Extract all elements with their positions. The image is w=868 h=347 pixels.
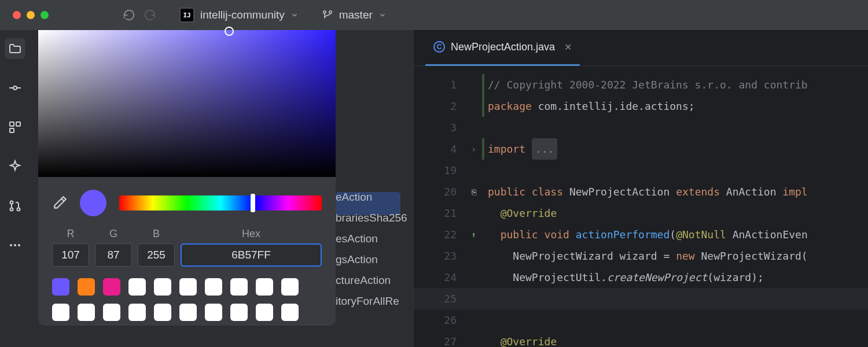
swatch-item[interactable] <box>256 304 273 321</box>
svg-point-1 <box>329 11 332 13</box>
code-text: @NotNull <box>676 228 726 241</box>
minimize-window-button[interactable] <box>27 11 35 19</box>
vcs-change-marker[interactable] <box>482 74 484 117</box>
code-text: package <box>488 100 532 112</box>
list-item[interactable]: brariesSha256 <box>336 212 411 224</box>
svg-rect-6 <box>16 122 20 126</box>
code-text: NewProjectWizard wizard = <box>513 250 676 262</box>
code-text: NewProjectAction <box>563 186 676 198</box>
line-number[interactable]: 23 <box>414 245 482 267</box>
svg-point-10 <box>17 208 20 211</box>
hue-thumb[interactable] <box>251 194 255 212</box>
line-number[interactable]: 24 <box>414 267 482 288</box>
line-number[interactable]: 25 <box>414 288 482 309</box>
structure-tool-button[interactable] <box>5 117 25 138</box>
line-number[interactable]: 27 <box>414 331 482 347</box>
more-tool-button[interactable] <box>5 235 25 256</box>
svg-point-11 <box>10 244 12 246</box>
swatch-item[interactable] <box>52 278 69 296</box>
color-picker-popup: R G B Hex <box>38 30 336 326</box>
eyedropper-icon[interactable] <box>52 195 67 211</box>
code-text: AnActionEven <box>726 228 808 241</box>
commit-tool-button[interactable] <box>5 77 25 98</box>
g-label: G <box>109 228 117 240</box>
code-text: import <box>488 143 525 155</box>
r-label: R <box>67 228 75 240</box>
list-item[interactable]: itoryForAllRe <box>336 295 411 308</box>
line-number[interactable]: 2 <box>414 95 482 117</box>
chevron-down-icon <box>290 11 299 19</box>
line-number[interactable]: 3 <box>414 117 482 138</box>
line-number[interactable]: 21 <box>414 202 482 224</box>
line-number[interactable]: 4› <box>414 138 482 160</box>
swatch-item[interactable] <box>78 278 95 296</box>
vcs-change-marker[interactable] <box>482 138 484 160</box>
list-item[interactable]: esAction <box>336 232 411 245</box>
color-preview-swatch <box>80 190 106 216</box>
hue-slider[interactable] <box>119 195 322 211</box>
hex-input[interactable] <box>181 243 322 267</box>
code-text: NewProjectWizard( <box>695 250 808 262</box>
line-number[interactable]: 22⬆ <box>414 224 482 245</box>
swatch-item[interactable] <box>230 278 248 296</box>
swatch-item[interactable] <box>205 278 222 296</box>
line-number[interactable]: 20⎘ <box>414 181 482 202</box>
plugin-gutter-icon[interactable]: ⎘ <box>472 181 476 202</box>
branch-selector[interactable]: master <box>322 9 387 21</box>
list-item[interactable]: gsAction <box>336 253 411 266</box>
swatch-item[interactable] <box>154 278 171 296</box>
project-name: intellij-community <box>200 9 285 21</box>
swatch-item[interactable] <box>52 304 69 321</box>
svg-point-9 <box>10 208 13 211</box>
close-window-button[interactable] <box>13 11 21 19</box>
sv-cursor[interactable] <box>225 27 234 36</box>
line-number[interactable]: 1 <box>414 74 482 95</box>
editor-body[interactable]: 1 2 3 4› 19 20⎘ 21 22⬆ 23 24 25 26 27 //… <box>414 66 868 347</box>
b-input[interactable] <box>138 243 175 267</box>
pull-request-icon <box>8 199 22 213</box>
structure-icon <box>8 120 22 134</box>
titlebar: IJ intellij-community master <box>0 0 868 30</box>
swatch-item[interactable] <box>103 304 120 321</box>
close-tab-icon[interactable]: ✕ <box>564 42 572 53</box>
saturation-value-field[interactable] <box>38 30 336 177</box>
undo-icon[interactable] <box>123 9 135 21</box>
swatch-item[interactable] <box>256 278 273 296</box>
swatch-item[interactable] <box>205 304 222 321</box>
svg-point-2 <box>13 86 17 90</box>
project-tool-button[interactable] <box>5 38 25 59</box>
editor-tab[interactable]: C NewProjectAction.java ✕ <box>425 30 580 66</box>
code-text: com.intellij.ide.actions; <box>532 100 695 112</box>
folder-icon <box>8 42 22 56</box>
maximize-window-button[interactable] <box>41 11 49 19</box>
code-text: new <box>676 250 695 262</box>
override-gutter-icon[interactable]: ⬆ <box>472 224 476 245</box>
code-text: NewProjectUtil. <box>513 271 607 283</box>
ai-tool-button[interactable] <box>5 156 25 177</box>
swatch-item[interactable] <box>78 304 95 321</box>
swatch-item[interactable] <box>281 278 299 296</box>
swatch-item[interactable] <box>179 304 197 321</box>
swatch-item[interactable] <box>179 278 197 296</box>
list-item[interactable]: ctureAction <box>336 274 411 287</box>
list-item[interactable]: eAction <box>336 191 411 204</box>
class-file-icon: C <box>433 41 445 53</box>
swatch-item[interactable] <box>128 304 146 321</box>
project-selector[interactable]: IJ intellij-community <box>179 8 299 23</box>
redo-icon[interactable] <box>144 9 156 21</box>
g-input[interactable] <box>95 243 132 267</box>
line-number[interactable]: 26 <box>414 309 482 331</box>
swatch-item[interactable] <box>103 278 120 296</box>
pull-requests-tool-button[interactable] <box>5 195 25 216</box>
line-number[interactable]: 19 <box>414 160 482 181</box>
r-input[interactable] <box>52 243 89 267</box>
swatch-item[interactable] <box>154 304 171 321</box>
fold-placeholder[interactable]: ... <box>532 138 558 160</box>
more-horizontal-icon <box>8 238 22 252</box>
code-text: @Override <box>501 207 557 219</box>
swatch-item[interactable] <box>230 304 248 321</box>
fold-chevron-icon[interactable]: › <box>472 138 476 160</box>
editor-gutter[interactable]: 1 2 3 4› 19 20⎘ 21 22⬆ 23 24 25 26 27 <box>414 66 482 347</box>
swatch-item[interactable] <box>281 304 299 321</box>
swatch-item[interactable] <box>128 278 146 296</box>
